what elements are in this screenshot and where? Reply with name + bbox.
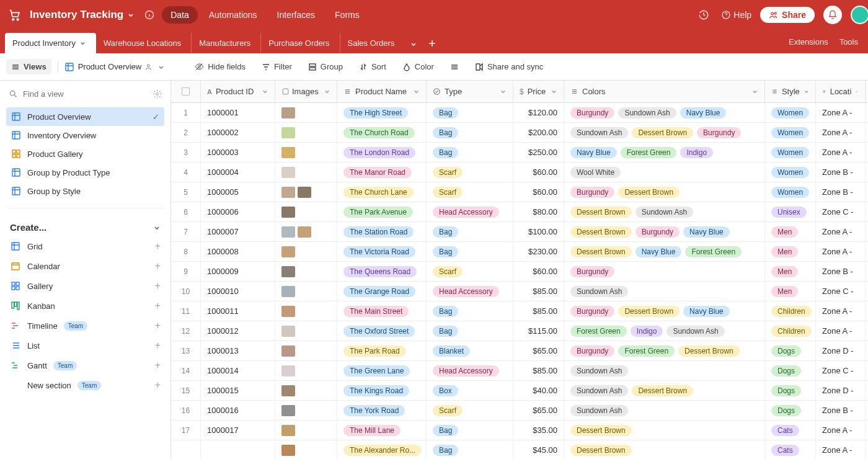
cell-location[interactable]: Zone B - — [816, 163, 866, 182]
cell-style[interactable]: Men — [765, 282, 816, 301]
table-tab[interactable]: Warehouse Locations — [96, 33, 192, 53]
cell-product-id[interactable]: 1000012 — [201, 321, 275, 341]
image-thumbnail[interactable] — [281, 345, 295, 357]
table-row[interactable]: 131000013The Park RoadBlanket$65.00Burgu… — [171, 341, 868, 361]
cell-images[interactable] — [275, 182, 337, 202]
chevron-down-icon[interactable] — [551, 88, 557, 95]
cell-colors[interactable]: Dessert Brown — [564, 440, 765, 459]
cell-type[interactable]: Bag — [427, 103, 513, 122]
image-thumbnail[interactable] — [281, 445, 295, 456]
image-thumbnail[interactable] — [281, 405, 295, 416]
view-search-input[interactable] — [23, 89, 148, 99]
cell-images[interactable] — [275, 282, 337, 301]
sidebar-view-item[interactable]: Inventory Overview — [6, 126, 164, 145]
cell-images[interactable] — [275, 321, 337, 341]
cell-images[interactable] — [275, 301, 337, 321]
image-thumbnail[interactable] — [281, 306, 295, 317]
cell-price[interactable]: $85.00 — [513, 361, 564, 380]
chevron-down-icon[interactable] — [804, 88, 809, 95]
cell-product-id[interactable]: 1000005 — [201, 182, 275, 202]
column-header[interactable]: Product Name — [337, 81, 427, 102]
chevron-down-icon[interactable] — [413, 88, 420, 95]
plus-icon[interactable]: + — [155, 320, 161, 331]
cell-price[interactable]: $80.00 — [513, 202, 564, 221]
cell-product-id[interactable]: 1000004 — [201, 163, 275, 182]
cell-type[interactable]: Bag — [427, 421, 513, 440]
nav-automations[interactable]: Automations — [200, 6, 266, 24]
cell-location[interactable]: Zone C - — [816, 361, 866, 380]
table-row[interactable]: 51000005The Church LaneScarf$60.00Burgun… — [171, 182, 868, 202]
column-header[interactable]: Style — [765, 81, 816, 102]
cell-product-name[interactable]: The Victoria Road — [337, 242, 427, 261]
app-logo-icon[interactable] — [7, 7, 22, 22]
cell-product-name[interactable]: The London Road — [337, 143, 427, 162]
cell-type[interactable]: Bag — [427, 143, 513, 162]
chevron-down-icon[interactable] — [751, 88, 758, 95]
cell-product-id[interactable] — [201, 440, 275, 459]
cell-product-name[interactable]: The High Street — [337, 103, 427, 122]
table-row[interactable]: 151000015The Kings RoadBox$40.00Sundown … — [171, 381, 868, 401]
view-search[interactable] — [6, 86, 164, 102]
cell-product-name[interactable]: The Queens Road — [337, 262, 427, 281]
cell-type[interactable]: Scarf — [427, 163, 513, 182]
cell-product-name[interactable]: The Church Road — [337, 123, 427, 142]
cell-style[interactable]: Dogs — [765, 361, 816, 380]
column-header[interactable]: Type — [427, 81, 513, 102]
cell-location[interactable]: Zone B - — [816, 262, 866, 281]
cell-style[interactable]: Children — [765, 301, 816, 321]
cell-colors[interactable]: Burgundy — [564, 262, 765, 281]
chevron-down-icon[interactable] — [262, 88, 268, 95]
table-row[interactable]: 91000009The Queens RoadScarf$60.00Burgun… — [171, 262, 868, 282]
cell-product-name[interactable]: The Manor Road — [337, 163, 427, 182]
cell-images[interactable] — [275, 421, 337, 440]
cell-product-id[interactable]: 1000002 — [201, 123, 275, 142]
tools-button[interactable]: Tools — [839, 37, 858, 47]
cell-style[interactable]: Unisex — [765, 202, 816, 221]
cell-type[interactable]: Bag — [427, 301, 513, 321]
cell-colors[interactable]: Navy BlueForest GreenIndigo — [564, 143, 765, 162]
color-button[interactable]: Color — [397, 59, 439, 74]
column-header[interactable]: Locati — [816, 81, 866, 102]
cell-product-id[interactable]: 1000017 — [201, 421, 275, 440]
image-thumbnail[interactable] — [281, 385, 295, 396]
help-button[interactable]: Help — [721, 10, 751, 20]
column-header[interactable]: Images — [275, 81, 337, 102]
image-thumbnail[interactable] — [281, 147, 295, 158]
table-row[interactable]: 171000017The Mill LaneBag$35.00Dessert B… — [171, 421, 868, 440]
cell-style[interactable]: Women — [765, 163, 816, 182]
cell-images[interactable] — [275, 341, 337, 360]
image-thumbnail[interactable] — [281, 107, 295, 118]
extensions-button[interactable]: Extensions — [789, 37, 828, 47]
table-row[interactable]: The Alexander Ro...Bag$45.00Dessert Brow… — [171, 440, 868, 459]
select-all-checkbox[interactable] — [182, 87, 190, 96]
table-tab[interactable]: Purchase Orders — [261, 33, 340, 53]
cell-colors[interactable]: BurgundySundown AshNavy Blue — [564, 103, 765, 122]
table-tab[interactable]: Manufacturers — [192, 33, 261, 53]
cell-product-id[interactable]: 1000011 — [201, 301, 275, 321]
cell-type[interactable]: Head Accessory — [427, 202, 513, 221]
cell-price[interactable]: $85.00 — [513, 301, 564, 321]
cell-colors[interactable]: Sundown Ash — [564, 361, 765, 380]
cell-type[interactable]: Box — [427, 381, 513, 400]
table-row[interactable]: 41000004The Manor RoadScarf$60.00Wool Wh… — [171, 163, 868, 182]
cell-type[interactable]: Bag — [427, 123, 513, 142]
cell-colors[interactable]: BurgundyForest GreenDessert Brown — [564, 341, 765, 360]
cell-style[interactable]: Men — [765, 262, 816, 281]
cell-product-name[interactable]: The Station Road — [337, 222, 427, 241]
table-row[interactable]: 61000006The Park AvenueHead Accessory$80… — [171, 202, 868, 222]
cell-product-id[interactable]: 1000013 — [201, 341, 275, 360]
add-table-button[interactable] — [423, 33, 441, 53]
sort-button[interactable]: Sort — [354, 59, 391, 74]
cell-product-name[interactable]: The Mill Lane — [337, 421, 427, 440]
cell-product-name[interactable]: The Main Street — [337, 301, 427, 321]
cell-price[interactable]: $65.00 — [513, 341, 564, 360]
cell-style[interactable]: Cats — [765, 421, 816, 440]
sidebar-view-item[interactable]: Group by Product Type — [6, 163, 164, 182]
cell-colors[interactable]: Dessert Brown — [564, 421, 765, 440]
cell-style[interactable]: Dogs — [765, 341, 816, 360]
cell-images[interactable] — [275, 242, 337, 261]
cell-type[interactable]: Bag — [427, 242, 513, 261]
nav-data[interactable]: Data — [162, 6, 198, 24]
cell-images[interactable] — [275, 440, 337, 459]
chevron-down-icon[interactable] — [855, 88, 859, 95]
